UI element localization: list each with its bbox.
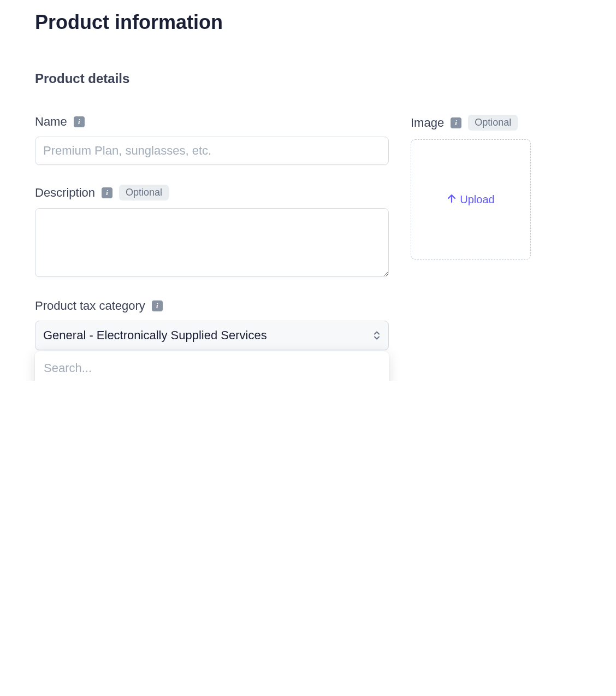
- info-icon[interactable]: i: [102, 187, 112, 198]
- image-upload-box[interactable]: Upload: [411, 139, 531, 259]
- info-icon[interactable]: i: [451, 117, 461, 128]
- name-label: Name: [35, 115, 67, 129]
- dropdown-search-input[interactable]: [44, 361, 380, 375]
- tax-category-field-group: Product tax category i General - Electro…: [35, 299, 389, 350]
- upload-label: Upload: [460, 193, 494, 206]
- name-input[interactable]: [35, 137, 389, 165]
- info-icon[interactable]: i: [74, 116, 85, 127]
- section-title: Product details: [35, 71, 581, 86]
- description-input[interactable]: [35, 208, 389, 277]
- tax-category-dropdown: Most Popular General - Electronically Su…: [35, 351, 389, 381]
- description-label: Description: [35, 186, 95, 200]
- optional-badge: Optional: [468, 115, 518, 131]
- select-chevrons-icon: [374, 331, 380, 340]
- dropdown-search-wrapper: [35, 351, 389, 381]
- image-label: Image: [411, 116, 444, 130]
- name-field-group: Name i: [35, 115, 389, 165]
- tax-category-select[interactable]: General - Electronically Supplied Servic…: [35, 321, 389, 350]
- tax-category-label: Product tax category: [35, 299, 145, 313]
- info-icon[interactable]: i: [152, 300, 163, 311]
- optional-badge: Optional: [119, 185, 169, 200]
- page-title: Product information: [35, 11, 581, 34]
- description-field-group: Description i Optional: [35, 185, 389, 279]
- tax-category-selected-value: General - Electronically Supplied Servic…: [43, 328, 267, 343]
- upload-arrow-icon: [447, 193, 457, 206]
